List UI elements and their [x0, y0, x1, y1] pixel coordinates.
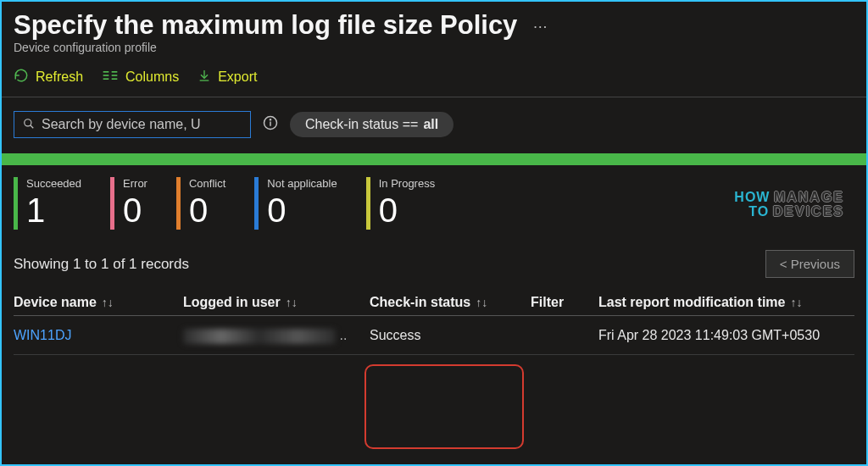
- columns-label: Columns: [125, 69, 179, 85]
- records-summary: Showing 1 to 1 of 1 records: [14, 256, 189, 273]
- toolbar: Refresh Columns Export: [14, 68, 854, 97]
- col-checkin-status[interactable]: Check-in status ↑↓: [370, 295, 531, 310]
- highlight-annotation: [364, 364, 524, 449]
- stat-label: Conflict: [189, 177, 225, 190]
- stat-not-applicable[interactable]: Not applicable 0: [254, 177, 337, 230]
- page-root: Specify the maximum log file size Policy…: [2, 2, 866, 355]
- cell-logged-in-user: ..: [183, 328, 370, 344]
- more-icon[interactable]: …: [532, 14, 548, 37]
- info-icon[interactable]: [263, 115, 278, 134]
- stats-row: Succeeded 1 Error 0 Conflict 0 Not appli…: [14, 177, 854, 230]
- search-input[interactable]: [42, 117, 242, 132]
- filter-row: Check-in status == all: [14, 111, 854, 138]
- table-row[interactable]: WIN11DJ .. Success Fri Apr 28 2023 11:49…: [14, 316, 854, 355]
- stat-value: 0: [123, 193, 147, 227]
- stat-conflict[interactable]: Conflict 0: [176, 177, 225, 230]
- export-button[interactable]: Export: [198, 68, 257, 86]
- stat-bar: [110, 177, 114, 230]
- export-label: Export: [218, 69, 257, 85]
- stat-label: Not applicable: [267, 177, 337, 190]
- stat-succeeded[interactable]: Succeeded 1: [14, 177, 81, 230]
- redacted-text: [183, 329, 336, 344]
- page-subtitle: Device configuration profile: [14, 41, 854, 54]
- svg-line-7: [31, 125, 34, 128]
- stat-bar: [14, 177, 18, 230]
- columns-button[interactable]: Columns: [102, 68, 179, 86]
- stat-value: 1: [26, 193, 81, 227]
- col-logged-in-user[interactable]: Logged in user ↑↓: [183, 295, 370, 310]
- title-row: Specify the maximum log file size Policy…: [14, 10, 854, 41]
- svg-point-10: [270, 119, 270, 120]
- stat-value: 0: [189, 193, 225, 227]
- stat-label: In Progress: [379, 177, 435, 190]
- cell-last-report-time: Fri Apr 28 2023 11:49:03 GMT+0530: [598, 328, 854, 343]
- col-device-name[interactable]: Device name ↑↓: [14, 295, 183, 310]
- sort-icon: ↑↓: [476, 296, 487, 309]
- columns-icon: [102, 69, 119, 85]
- watermark-logo: HOW MANAGE TO DEVICES: [734, 191, 844, 219]
- sort-icon: ↑↓: [102, 296, 114, 309]
- checkin-status-filter-pill[interactable]: Check-in status == all: [290, 112, 453, 137]
- records-summary-row: Showing 1 to 1 of 1 records < Previous: [14, 250, 854, 278]
- stat-value: 0: [379, 193, 435, 227]
- col-filter[interactable]: Filter: [531, 295, 598, 310]
- search-field-wrap[interactable]: [14, 111, 251, 138]
- stat-label: Succeeded: [26, 177, 81, 190]
- stat-bar: [254, 177, 259, 230]
- previous-button[interactable]: < Previous: [765, 250, 854, 278]
- stat-bar: [366, 177, 370, 230]
- sort-icon: ↑↓: [286, 296, 298, 309]
- cell-checkin-status: Success: [370, 328, 531, 343]
- table-header: Device name ↑↓ Logged in user ↑↓ Check-i…: [14, 295, 854, 316]
- status-distribution-bar: [2, 153, 866, 165]
- cell-device-name[interactable]: WIN11DJ: [14, 328, 183, 343]
- col-last-report-time[interactable]: Last report modification time ↑↓: [598, 295, 854, 310]
- stat-error[interactable]: Error 0: [110, 177, 147, 230]
- stat-bar: [176, 177, 181, 230]
- search-icon: [23, 118, 35, 132]
- stat-value: 0: [267, 193, 337, 227]
- refresh-label: Refresh: [36, 69, 83, 85]
- refresh-button[interactable]: Refresh: [14, 68, 83, 86]
- svg-point-6: [25, 119, 31, 125]
- page-title: Specify the maximum log file size Policy: [14, 10, 517, 41]
- divider: [2, 97, 866, 97]
- refresh-icon: [14, 68, 29, 86]
- pill-prefix: Check-in status ==: [305, 117, 418, 132]
- pill-value: all: [423, 117, 438, 132]
- download-icon: [198, 68, 211, 86]
- sort-icon: ↑↓: [790, 296, 802, 309]
- stat-label: Error: [123, 177, 147, 190]
- stat-in-progress[interactable]: In Progress 0: [366, 177, 435, 230]
